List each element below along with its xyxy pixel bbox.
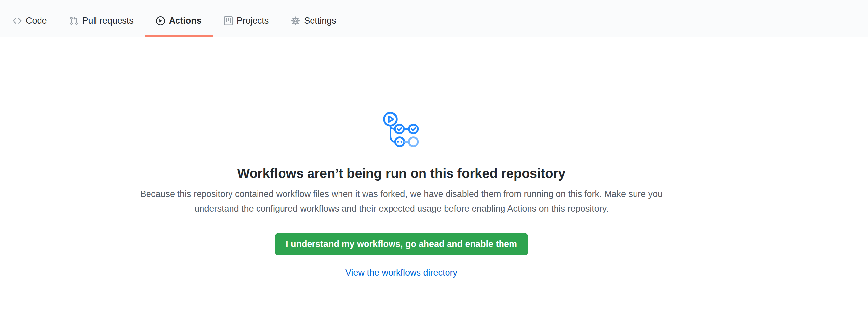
tab-settings[interactable]: Settings <box>280 5 347 37</box>
play-icon <box>156 17 165 25</box>
tab-actions[interactable]: Actions <box>145 5 213 37</box>
enable-button-row: I understand my workflows, go ahead and … <box>0 216 835 255</box>
actions-disabled-empty-state: Workflows aren’t being run on this forke… <box>0 112 835 278</box>
tab-label: Pull requests <box>82 17 134 25</box>
gear-icon <box>291 17 300 25</box>
tab-projects[interactable]: Projects <box>213 5 280 37</box>
tab-pull-requests[interactable]: Pull requests <box>58 5 145 37</box>
empty-state-heading: Workflows aren’t being run on this forke… <box>0 165 835 182</box>
empty-state-description: Because this repository contained workfl… <box>131 187 672 216</box>
repo-tab-bar: Code Pull requests Actions Projects <box>0 0 868 37</box>
project-icon <box>224 17 233 25</box>
tab-label: Actions <box>169 17 202 25</box>
tab-label: Projects <box>237 17 269 25</box>
tab-label: Settings <box>304 17 336 25</box>
view-workflows-directory-link[interactable]: View the workflows directory <box>345 268 457 278</box>
git-pull-request-icon <box>69 17 79 25</box>
enable-workflows-button[interactable]: I understand my workflows, go ahead and … <box>275 233 528 255</box>
code-icon <box>13 17 22 25</box>
workflows-link-row: View the workflows directory <box>0 268 835 278</box>
tab-code[interactable]: Code <box>2 5 58 37</box>
tab-label: Code <box>26 17 47 25</box>
workflow-icon <box>0 112 835 148</box>
